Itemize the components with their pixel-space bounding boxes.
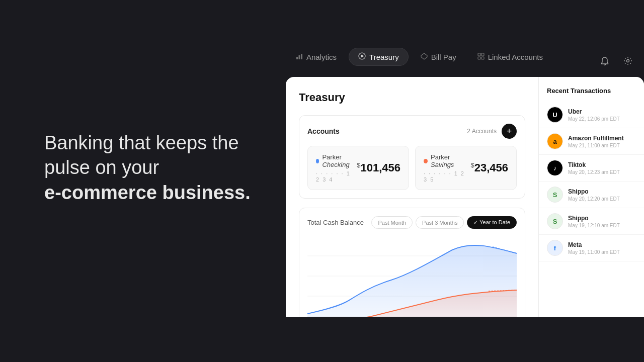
shippo-logo-1: S: [547, 187, 563, 203]
svg-rect-0: [296, 57, 298, 59]
svg-rect-5: [478, 53, 480, 56]
main-content: Treasury Accounts 2 Accounts + Parker Ch…: [286, 77, 538, 317]
amazon-details: Amazon Fulfillment May 21, 11:00 am EDT: [568, 135, 636, 148]
uber-details: Uber May 22, 12:06 pm EDT: [568, 108, 636, 122]
chart-header: Total Cash Balance Past Month Past 3 Mon…: [307, 216, 517, 229]
uber-name: Uber: [568, 108, 636, 115]
meta-logo: f: [547, 240, 563, 256]
savings-number: · · · · · · 1 2 3 5: [424, 170, 470, 183]
svg-rect-7: [478, 57, 480, 59]
filter-past-month[interactable]: Past Month: [371, 216, 413, 229]
uber-logo: U: [547, 107, 563, 123]
checking-dot: [316, 159, 319, 163]
chart-section: Total Cash Balance Past Month Past 3 Mon…: [299, 208, 525, 317]
treasury-icon: [358, 52, 366, 61]
checking-type: Checking: [322, 161, 349, 168]
nav-treasury-label: Treasury: [369, 53, 399, 61]
savings-amount: 23,456: [474, 161, 508, 174]
top-nav: Analytics Treasury Bill Pay: [287, 48, 552, 66]
settings-button[interactable]: [620, 53, 636, 69]
svg-point-9: [627, 60, 629, 62]
amazon-date: May 21, 11:00 am EDT: [568, 143, 636, 148]
nav-linked[interactable]: Linked Accounts: [468, 49, 552, 65]
savings-name-row: Parker Savings: [424, 153, 470, 168]
hero-line1: Banking that keeps the: [44, 132, 239, 153]
shippo-2-date: May 19, 12:10 am EDT: [568, 223, 636, 228]
nav-treasury[interactable]: Treasury: [349, 48, 409, 66]
meta-name: Meta: [568, 241, 636, 248]
chart-filters: Past Month Past 3 Months ✓ Year to Date: [371, 216, 517, 229]
savings-balance: $23,456: [470, 161, 508, 174]
tiktok-date: May 20, 12:23 am EDT: [568, 169, 636, 175]
svg-rect-8: [481, 57, 484, 59]
savings-dot: [424, 159, 428, 163]
accounts-section: Accounts 2 Accounts + Parker Checking · …: [299, 115, 525, 199]
nav-billpay-label: Bill Pay: [431, 53, 456, 61]
balance-chart: [307, 236, 517, 317]
shippo-1-details: Shippo May 20, 12:20 am EDT: [568, 188, 636, 202]
tiktok-details: Tiktok May 20, 12:23 am EDT: [568, 161, 636, 175]
savings-account-card[interactable]: Parker Savings · · · · · · 1 2 3 5 $23,4…: [415, 146, 517, 190]
amazon-name: Amazon Fulfillment: [568, 135, 636, 142]
hero-line3: e-commerce business.: [44, 182, 251, 203]
transaction-uber[interactable]: U Uber May 22, 12:06 pm EDT: [539, 102, 644, 128]
uber-date: May 22, 12:06 pm EDT: [568, 116, 636, 122]
filter-year-to-date[interactable]: ✓ Year to Date: [467, 216, 517, 229]
meta-date: May 19, 11:00 am EDT: [568, 249, 636, 255]
filter-past-3-months[interactable]: Past 3 Months: [416, 216, 464, 229]
svg-rect-2: [301, 54, 302, 59]
checking-account-info: Parker Checking · · · · · · 1 2 3 4: [316, 153, 357, 183]
accounts-label: Accounts: [307, 127, 340, 135]
checking-account-card[interactable]: Parker Checking · · · · · · 1 2 3 4 $101…: [307, 146, 409, 190]
accounts-count: 2 Accounts: [467, 128, 497, 135]
svg-rect-6: [481, 53, 484, 56]
hero-line2: pulse on your: [44, 157, 159, 178]
tiktok-logo: ♪: [547, 160, 563, 176]
accounts-count-row: 2 Accounts +: [467, 124, 517, 139]
checking-amount: 101,456: [360, 161, 400, 174]
transaction-amazon[interactable]: a Amazon Fulfillment May 21, 11:00 am ED…: [539, 128, 644, 155]
savings-account-info: Parker Savings · · · · · · 1 2 3 5: [424, 153, 470, 183]
shippo-2-details: Shippo May 19, 12:10 am EDT: [568, 215, 636, 228]
checking-number: · · · · · · 1 2 3 4: [316, 170, 357, 183]
transaction-meta[interactable]: f Meta May 19, 11:00 am EDT: [539, 235, 644, 261]
add-account-button[interactable]: +: [502, 124, 517, 139]
savings-currency: $: [470, 161, 474, 169]
checking-name-row: Parker Checking: [316, 153, 357, 168]
svg-marker-4: [361, 55, 364, 58]
shippo-2-name: Shippo: [568, 215, 636, 222]
nav-linked-label: Linked Accounts: [488, 53, 543, 61]
svg-rect-1: [299, 55, 300, 59]
analytics-icon: [296, 53, 303, 61]
accounts-header: Accounts 2 Accounts +: [307, 124, 517, 139]
tiktok-name: Tiktok: [568, 161, 636, 168]
nav-analytics-label: Analytics: [306, 53, 337, 61]
hero-section: Banking that keeps the pulse on your e-c…: [44, 131, 251, 205]
shippo-1-name: Shippo: [568, 188, 636, 195]
billpay-icon: [421, 53, 428, 61]
transaction-tiktok[interactable]: ♪ Tiktok May 20, 12:23 am EDT: [539, 155, 644, 182]
nav-analytics[interactable]: Analytics: [287, 49, 346, 65]
transaction-shippo-2[interactable]: S Shippo May 19, 12:10 am EDT: [539, 208, 644, 235]
savings-type: Savings: [431, 161, 454, 168]
checking-name: Parker Checking: [322, 153, 357, 168]
transaction-shippo-1[interactable]: S Shippo May 20, 12:20 am EDT: [539, 182, 644, 208]
top-right-controls: [597, 53, 636, 69]
checking-balance: $101,456: [357, 161, 400, 174]
shippo-logo-2: S: [547, 213, 563, 229]
page-title: Treasury: [299, 91, 525, 104]
chart-title: Total Cash Balance: [307, 219, 364, 226]
account-cards: Parker Checking · · · · · · 1 2 3 4 $101…: [307, 146, 517, 190]
meta-details: Meta May 19, 11:00 am EDT: [568, 241, 636, 255]
notification-button[interactable]: [597, 53, 613, 69]
check-icon: ✓: [473, 219, 479, 225]
savings-name: Parker Savings: [431, 153, 470, 168]
shippo-1-date: May 20, 12:20 am EDT: [568, 196, 636, 202]
transactions-title: Recent Transactions: [539, 87, 644, 102]
nav-billpay[interactable]: Bill Pay: [412, 49, 465, 65]
dashboard-panel: Treasury Accounts 2 Accounts + Parker Ch…: [286, 77, 644, 317]
transactions-sidebar: Recent Transactions U Uber May 22, 12:06…: [538, 77, 644, 317]
amazon-logo: a: [547, 133, 563, 149]
linked-icon: [477, 53, 485, 61]
